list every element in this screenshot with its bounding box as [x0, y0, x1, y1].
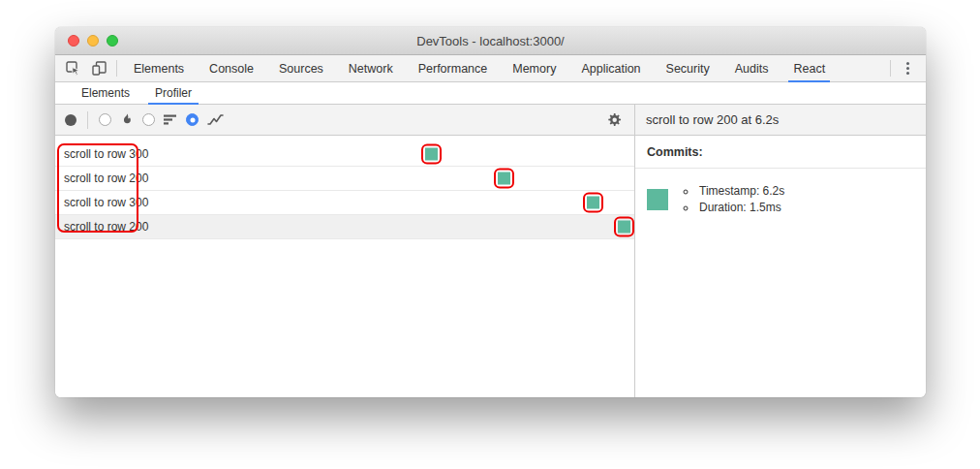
- tab-audits[interactable]: Audits: [722, 55, 781, 81]
- flamegraph-mode-radio[interactable]: [99, 113, 111, 126]
- tab-application[interactable]: Application: [568, 55, 653, 81]
- selected-interaction-title: scroll to row 200 at 6.2s: [646, 112, 779, 127]
- divider: [116, 60, 117, 77]
- commit-marker[interactable]: [583, 193, 603, 213]
- interactions-chart-icon[interactable]: [207, 113, 224, 126]
- tab-performance[interactable]: Performance: [406, 55, 501, 81]
- settings-button[interactable]: [607, 112, 622, 127]
- interaction-row[interactable]: scroll to row 300: [55, 191, 634, 215]
- profiler-main-panel: scroll to row 300 scroll to row 200 scro…: [55, 105, 635, 397]
- window-title: DevTools - localhost:3000/: [416, 34, 564, 48]
- window-controls: [68, 35, 118, 47]
- divider: [890, 60, 891, 77]
- sidebar-header: scroll to row 200 at 6.2s: [635, 105, 926, 136]
- tab-react[interactable]: React: [781, 55, 838, 81]
- interaction-row-selected[interactable]: scroll to row 200: [55, 215, 634, 239]
- interactions-timeline: scroll to row 300 scroll to row 200 scro…: [55, 136, 634, 397]
- device-toolbar-icon: [92, 61, 107, 76]
- subtab-profiler[interactable]: Profiler: [142, 82, 204, 104]
- profiler-content: scroll to row 300 scroll to row 200 scro…: [55, 105, 926, 397]
- commit-timestamp: Timestamp: 6.2s: [697, 184, 784, 198]
- tab-elements[interactable]: Elements: [121, 55, 197, 81]
- commit-marker[interactable]: [494, 169, 514, 189]
- commit-marker[interactable]: [614, 217, 634, 237]
- gear-icon: [607, 112, 622, 127]
- zoom-button[interactable]: [107, 35, 118, 47]
- tab-console[interactable]: Console: [197, 55, 266, 81]
- device-toolbar-button[interactable]: [86, 55, 112, 81]
- interaction-label: scroll to row 200: [64, 220, 148, 234]
- interaction-row[interactable]: scroll to row 300: [55, 142, 634, 167]
- interaction-row[interactable]: scroll to row 200: [55, 167, 634, 191]
- interaction-label: scroll to row 300: [64, 196, 148, 209]
- inspect-element-button[interactable]: [60, 55, 86, 81]
- devtools-tabbar: Elements Console Sources Network Perform…: [55, 55, 926, 82]
- divider: [87, 111, 88, 129]
- ranked-mode-radio[interactable]: [142, 113, 155, 126]
- commit-square-icon: [618, 221, 630, 234]
- commits-heading: Commits:: [635, 136, 926, 169]
- commit-duration: Duration: 1.5ms: [697, 201, 784, 214]
- subtab-elements[interactable]: Elements: [69, 82, 142, 104]
- inspect-cursor-icon: [66, 61, 80, 76]
- commit-marker[interactable]: [421, 144, 442, 165]
- flame-icon[interactable]: [120, 112, 134, 127]
- commit-square-icon: [425, 148, 438, 161]
- titlebar: DevTools - localhost:3000/: [55, 27, 926, 55]
- spacer: [838, 55, 886, 81]
- record-button[interactable]: [65, 114, 77, 126]
- commit-swatch-icon[interactable]: [647, 189, 668, 210]
- more-options-button[interactable]: [895, 55, 920, 81]
- commit-details-sidebar: scroll to row 200 at 6.2s Commits: Times…: [635, 105, 926, 397]
- tab-memory[interactable]: Memory: [500, 55, 568, 81]
- tab-sources[interactable]: Sources: [266, 55, 336, 81]
- commit-entry: Timestamp: 6.2s Duration: 1.5ms: [635, 169, 926, 230]
- ranked-chart-icon[interactable]: [164, 113, 177, 126]
- react-subtabbar: Elements Profiler: [55, 82, 926, 105]
- minimize-button[interactable]: [87, 35, 99, 47]
- close-button[interactable]: [68, 35, 79, 47]
- devtools-window: DevTools - localhost:3000/ Elements Cons…: [55, 27, 926, 397]
- commit-square-icon: [587, 197, 599, 209]
- kebab-menu-icon: [906, 62, 909, 65]
- tab-security[interactable]: Security: [654, 55, 722, 81]
- profiler-toolbar: [55, 105, 634, 136]
- interactions-mode-radio[interactable]: [186, 113, 199, 126]
- interaction-label: scroll to row 300: [64, 147, 148, 161]
- commit-square-icon: [498, 172, 510, 185]
- commit-detail-list: Timestamp: 6.2s Duration: 1.5ms: [677, 181, 784, 217]
- interaction-label: scroll to row 200: [64, 172, 148, 185]
- tab-network[interactable]: Network: [336, 55, 406, 81]
